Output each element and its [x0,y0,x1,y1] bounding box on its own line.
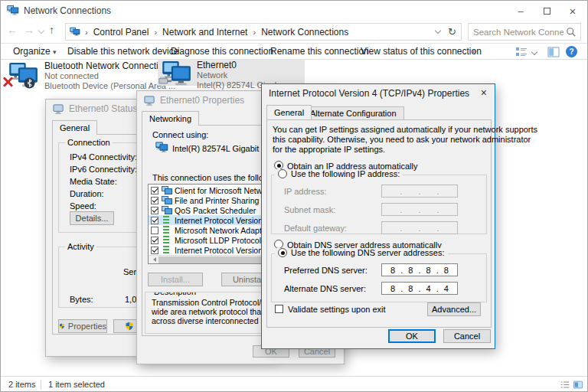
validate-settings-checkbox[interactable] [275,305,283,313]
install-button: Install... [148,273,203,286]
item-checkbox[interactable] [151,217,158,224]
view-status-button[interactable]: View status of this connection [361,46,482,57]
search-input[interactable] [473,24,564,39]
bytes-sent-value: 1,0 [125,295,136,304]
adapter-icon [155,142,168,153]
network-connections-window: Network Connections – × ← → ↑ › Control … [0,0,588,392]
scrollbar-thumb[interactable] [158,256,273,263]
uac-shield-icon [59,322,65,331]
radio-use-following-dns[interactable] [278,248,287,257]
item-checkbox[interactable] [151,207,158,214]
group-label: Activity [65,242,96,251]
window-title: Network Connections [24,5,111,16]
use-dns-label: Use the following DNS server addresses: [291,248,445,257]
tile-bluetooth-connection[interactable]: Bluetooth Network Connection Not connect… [5,60,155,93]
dialog-title: Ethernet0 Status [69,103,137,114]
cancel-button[interactable]: Cancel [443,329,491,343]
preferred-dns-label: Preferred DNS server: [284,266,368,275]
disconnected-x-icon [2,76,14,88]
toolbar-overflow-icon[interactable]: » [472,46,477,57]
close-button[interactable]: × [560,1,586,21]
alternate-dns-field[interactable]: 8 . 8 . 4 . 4 [381,282,458,295]
views-icon[interactable] [515,47,528,57]
item-checkbox[interactable] [151,237,158,244]
validate-settings-label: Validate settings upon exit [288,305,386,314]
item-checkbox[interactable] [151,247,158,254]
alternate-dns-label: Alternate DNS server: [284,284,366,293]
rename-connection-button[interactable]: Rename this connection [270,46,369,57]
ipv6-connectivity-label: IPv6 Connectivity: [70,165,137,174]
address-dropdown-chevron-icon[interactable] [435,28,441,34]
breadcrumb-control-panel[interactable]: Control Panel [88,27,155,38]
diagnose-connection-button[interactable]: Diagnose this connection [171,46,273,57]
use-dns-group: Use the following DNS server addresses: … [271,253,487,302]
maximize-icon [544,8,550,15]
tab-general[interactable]: General [52,120,97,135]
breadcrumb-network-and-internet[interactable]: Network and Internet [157,27,253,38]
refresh-icon[interactable]: ↻ [448,26,456,38]
client-service-icon [162,196,172,204]
back-button[interactable]: ← [7,24,18,36]
ethernet-plug-icon [158,76,172,84]
search-icon[interactable] [566,27,577,38]
items-count: 2 items [8,380,35,389]
group-label: Connection [65,138,113,147]
tab-alternate-configuration[interactable]: Alternate Configuration [302,106,404,120]
group-label: Description [152,292,198,296]
preferred-dns-field[interactable]: 8 . 8 . 8 . 8 [381,263,458,276]
tile-ethernet0-connection[interactable]: Ethernet0 Network Intel(R) 82574L Gigab [158,59,305,86]
ip-address-field: . . . [381,185,458,198]
dialog-titlebar[interactable]: Internet Protocol Version 4 (TCP/IPv4) P… [262,84,495,103]
connection-name: Ethernet0 [197,60,279,70]
use-ip-label: Use the following IP address: [291,169,400,178]
item-checkbox[interactable] [151,227,158,234]
statusbar-divider [41,380,41,390]
breadcrumb-network-connections[interactable]: Network Connections [256,27,354,38]
tab-networking[interactable]: Networking [142,111,199,126]
close-icon[interactable]: × [481,87,487,99]
address-bar[interactable]: › Control Panel › Network and Internet ›… [65,23,462,41]
properties-dialog-icon [144,95,155,106]
ok-button[interactable]: OK [388,329,436,343]
item-checkbox[interactable] [151,197,158,204]
recent-locations-chevron-icon[interactable] [38,28,44,34]
tab-general[interactable]: General [266,105,312,119]
help-icon[interactable]: ? [566,46,577,57]
item-checkbox[interactable] [151,187,158,194]
scroll-left-arrow-icon[interactable] [149,256,157,264]
ipv4-properties-dialog: Internet Protocol Version 4 (TCP/IPv4) P… [261,83,495,349]
window-titlebar[interactable]: Network Connections – × [1,1,587,21]
views-dropdown-chevron-icon[interactable] [531,49,537,55]
details-button[interactable]: Details... [70,211,114,225]
client-service-icon [162,206,172,214]
duration-label: Duration: [70,189,104,198]
protocol-icon [162,226,172,234]
intro-line: for the appropriate IP settings. [273,145,385,154]
selection-count: 1 item selected [48,380,105,389]
uac-shield-icon [125,322,134,331]
default-gateway-field: . . . [381,221,458,234]
forward-button[interactable]: → [24,24,34,36]
intro-line: You can get IP settings assigned automat… [273,125,537,134]
command-toolbar: Organize ▾ Disable this network device D… [1,44,587,60]
organize-dropdown-icon: ▾ [53,48,57,56]
dialog-title: Internet Protocol Version 4 (TCP/IPv4) P… [269,88,469,99]
connect-using-label: Connect using: [152,130,208,139]
connection-name: Bluetooth Network Connection [44,61,175,71]
radio-use-following-ip[interactable] [278,169,287,178]
minimize-button[interactable]: – [508,1,534,21]
thumbnail-view-toggle-icon[interactable] [573,380,583,390]
preview-pane-icon[interactable] [547,47,560,57]
search-box[interactable] [468,23,581,41]
client-service-icon [162,186,172,194]
disable-device-button[interactable]: Disable this network device [67,46,178,57]
advanced-button[interactable]: Advanced... [427,302,481,316]
protocol-icon [162,216,172,224]
list-view-toggle-icon[interactable] [560,380,570,390]
default-gateway-label: Default gateway: [284,224,347,233]
maximize-button[interactable] [534,1,560,21]
status-dialog-icon [53,103,64,115]
organize-button[interactable]: Organize ▾ [13,46,57,57]
up-button[interactable]: ↑ [49,24,54,36]
properties-button[interactable]: Properties [58,319,107,333]
